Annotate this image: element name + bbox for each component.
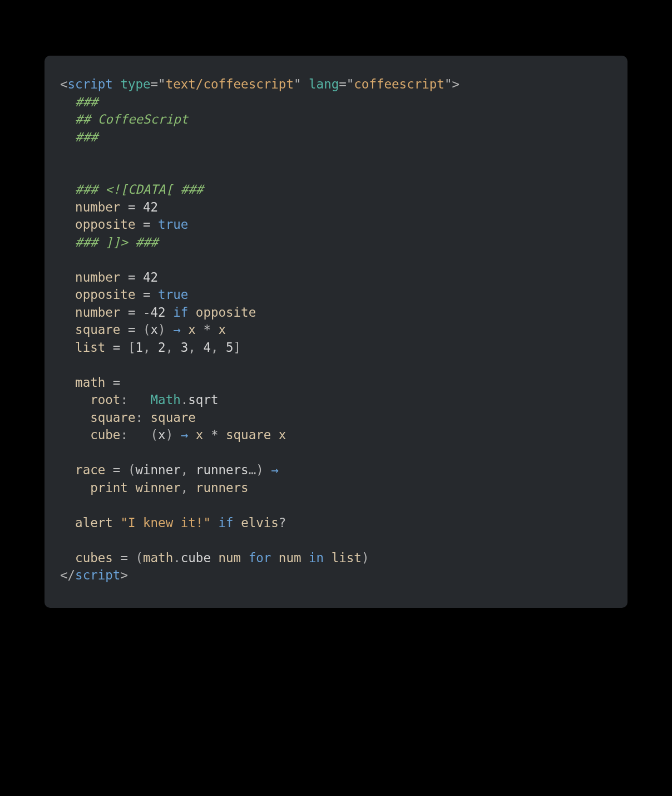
code-token [203,428,211,442]
code-token [166,322,174,337]
code-token: x [279,428,286,442]
code-token [135,305,143,320]
code-token: cubes [75,551,113,565]
code-token: ( [151,428,159,442]
code-token: > [452,77,459,91]
code-token: > [120,568,128,582]
code-token: 5 [226,340,234,355]
code-token: x [158,428,166,442]
code-token [60,463,75,477]
code-token [135,322,143,337]
code-token: = [128,200,136,214]
code-token: math [143,551,173,565]
code-token: , [166,340,181,355]
code-token [60,112,75,126]
code-token: number [75,270,120,284]
code-token: = [128,270,136,284]
code-token: if [173,305,188,320]
code-token: opposite [75,287,135,302]
code-token: , [143,340,158,355]
code-token: ) [158,322,166,337]
code-token: = [151,77,159,91]
code-token: → [181,428,189,442]
code-token: = [143,217,151,232]
code-token: 42 [143,200,158,214]
code-token: script [68,77,113,91]
code-token: type [120,77,150,91]
code-token [128,428,151,442]
code-token [60,305,75,320]
code-token: list [75,340,105,355]
code-token: , [181,463,196,477]
code-token: list [332,551,362,565]
code-card: <script type="text/coffeescript" lang="c… [45,56,627,608]
code-token: : [120,428,128,442]
code-token: ( [135,551,143,565]
code-token [166,305,174,320]
code-token [128,551,136,565]
code-token: for [249,551,271,565]
code-token [151,217,159,232]
code-token [218,428,226,442]
code-token [135,200,143,214]
code-token [234,515,241,530]
code-token: , [181,480,196,495]
code-token: square [226,428,271,442]
code-token [60,375,75,390]
code-token [211,515,219,530]
code-token: ( [143,322,151,337]
code-token [60,200,75,214]
code-token: coffeescript [354,77,444,91]
code-token [120,322,128,337]
code-token: = [128,322,136,337]
code-token: num [218,551,241,565]
code-token [60,428,90,442]
code-token [60,235,75,249]
code-token [271,428,279,442]
code-token: winner [135,463,180,477]
code-token: ] [234,340,241,355]
code-token [188,428,196,442]
code-token [105,375,113,390]
code-token: script [75,568,120,582]
code-block: <script type="text/coffeescript" lang="c… [60,76,612,584]
code-token [60,340,75,355]
code-token: num [279,551,302,565]
code-token: print [90,480,128,495]
code-token [135,270,143,284]
code-token: 42 [151,305,166,320]
code-token: = [113,463,121,477]
code-token: "I knew it!" [120,515,211,530]
code-token: ) [256,463,264,477]
code-token: ? [279,515,286,530]
code-token: 42 [143,270,158,284]
code-token: = [128,305,136,320]
code-token: Math [151,392,181,407]
code-token: ( [128,463,136,477]
code-token: ### <![CDATA[ ### [75,182,203,196]
code-token [128,480,136,495]
code-token [211,322,219,337]
code-token [60,287,75,302]
code-token [196,322,204,337]
code-token: ## CoffeeScript [75,112,188,126]
code-token: winner [135,480,180,495]
code-token: 1 [135,340,143,355]
code-token: . [173,551,181,565]
code-token: sqrt [188,392,218,407]
code-token [120,270,128,284]
code-token: * [211,428,219,442]
code-token: square [75,322,120,337]
code-token: square [90,410,135,425]
code-token: if [218,515,233,530]
code-token: math [75,375,105,390]
code-token: [ [128,340,136,355]
code-token: " [347,77,354,91]
code-token: 3 [181,340,189,355]
code-token: x [151,322,159,337]
code-token: * [203,322,211,337]
code-token [271,551,279,565]
code-token [302,551,309,565]
code-token: 4 [203,340,211,355]
code-token: : [120,392,128,407]
